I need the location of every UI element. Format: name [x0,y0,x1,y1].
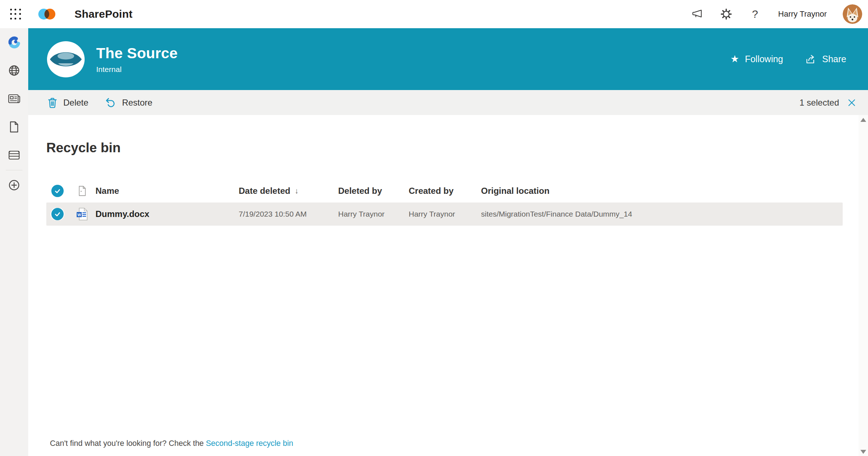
sidebar-item-home[interactable] [0,28,28,56]
table-row[interactable]: W Dummy.docx 7/19/2023 10:50 AM Harry Tr… [46,203,843,226]
second-stage-recycle-bin-link[interactable]: Second-stage recycle bin [206,439,293,448]
column-header-date-deleted[interactable]: Date deleted ↓ [239,186,338,196]
original-location-value: sites/MigrationTest/Finance Data/Dummy_1… [481,210,843,218]
sidebar-item-sites[interactable] [0,56,28,85]
megaphone-icon[interactable] [691,8,704,21]
user-avatar[interactable] [843,4,862,24]
command-bar: Delete Restore 1 selected [28,90,868,115]
sidebar-item-lists[interactable] [0,141,28,169]
date-deleted-value: 7/19/2023 10:50 AM [239,210,338,218]
help-glyph: ? [752,8,758,20]
following-label: Following [745,54,783,64]
column-header-deleted-by[interactable]: Deleted by [338,186,409,196]
select-all-checkbox[interactable] [51,185,64,197]
sort-descending-icon: ↓ [295,187,299,195]
settings-gear-icon[interactable] [720,8,733,21]
share-button[interactable]: Share [805,54,846,65]
scroll-up-icon[interactable] [860,118,866,122]
app-launcher-icon[interactable] [9,7,22,21]
sidebar-item-create[interactable] [0,171,28,199]
vertical-scrollbar[interactable] [859,115,868,456]
column-header-name[interactable]: Name [95,186,239,196]
scroll-down-icon[interactable] [860,450,866,454]
column-header-original-location[interactable]: Original location [481,186,843,196]
delete-label: Delete [63,98,88,108]
word-document-icon: W [76,208,88,221]
sidebar-item-news[interactable] [0,85,28,113]
file-type-column-icon[interactable] [78,186,86,196]
restore-button[interactable]: Restore [105,97,152,108]
recycle-bin-table: Name Date deleted ↓ Deleted by Created b… [46,182,843,226]
org-logo-icon[interactable] [38,7,56,21]
site-subtitle: Internal [96,65,178,74]
row-checkbox-checked[interactable] [51,208,64,220]
left-app-rail [0,28,28,456]
clear-selection-button[interactable] [846,97,857,108]
user-name[interactable]: Harry Traynor [778,9,827,19]
restore-icon [105,97,116,108]
app-name[interactable]: SharePoint [75,8,132,20]
site-header: The Source Internal ★ Following [28,28,868,90]
delete-button[interactable]: Delete [47,97,88,108]
file-name[interactable]: Dummy.docx [95,209,239,219]
table-header-row: Name Date deleted ↓ Deleted by Created b… [46,182,843,200]
sidebar-divider [6,170,22,170]
page-title: Recycle bin [46,140,843,155]
star-icon: ★ [730,54,739,64]
share-icon [805,54,816,65]
restore-label: Restore [122,98,152,108]
site-logo[interactable] [46,41,85,78]
svg-text:W: W [77,213,81,217]
share-label: Share [822,54,846,64]
created-by-value: Harry Traynor [409,210,481,218]
footer-text: Can't find what you're looking for? Chec… [50,439,206,448]
sidebar-item-pages[interactable] [0,113,28,141]
help-icon[interactable]: ? [749,8,762,21]
deleted-by-value: Harry Traynor [338,210,409,218]
trash-icon [47,97,58,108]
top-bar: SharePoint ? Harry Traynor [0,0,868,28]
site-title[interactable]: The Source [96,45,178,62]
column-header-created-by[interactable]: Created by [409,186,481,196]
selection-status: 1 selected [800,98,839,108]
footer-note: Can't find what you're looking for? Chec… [50,439,293,448]
following-button[interactable]: ★ Following [730,54,783,64]
recycle-bin-content: Recycle bin [28,115,868,456]
